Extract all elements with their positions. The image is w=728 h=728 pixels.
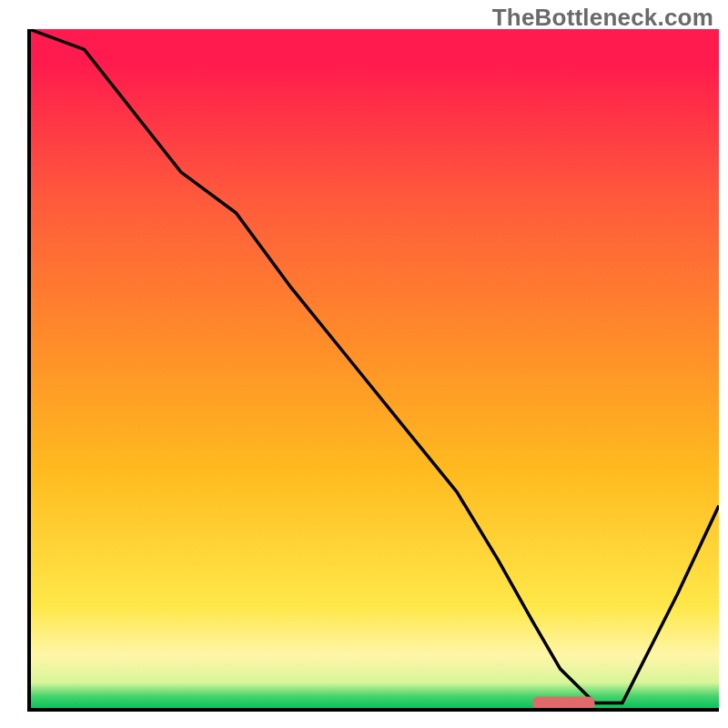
bottleneck-chart — [0, 0, 728, 728]
optimal-range-marker — [532, 697, 594, 710]
gradient-background — [29, 29, 719, 710]
watermark-text: TheBottleneck.com — [492, 4, 713, 32]
